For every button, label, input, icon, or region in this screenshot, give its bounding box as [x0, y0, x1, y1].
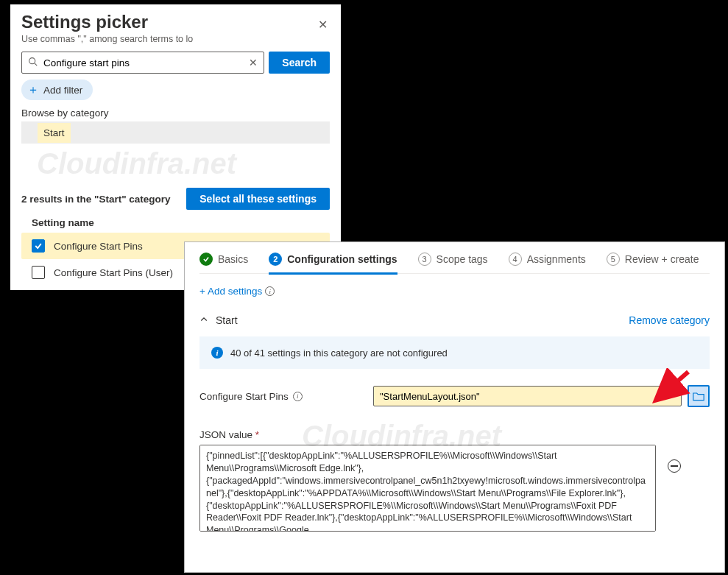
- search-input[interactable]: [42, 57, 249, 69]
- step-assignments[interactable]: 4 Assignments: [509, 253, 586, 266]
- step-configuration[interactable]: 2 Configuration settings: [269, 253, 397, 275]
- browse-file-button[interactable]: [688, 385, 710, 407]
- json-label: JSON value *: [199, 429, 710, 440]
- info-icon[interactable]: i: [265, 286, 275, 296]
- remove-category-link[interactable]: Remove category: [629, 314, 710, 326]
- results-count: 2 results in the "Start" category: [21, 194, 171, 205]
- svg-line-1: [35, 63, 37, 66]
- category-name: Start: [38, 123, 71, 143]
- search-box[interactable]: ✕: [21, 52, 264, 74]
- json-textarea[interactable]: [199, 445, 656, 532]
- info-icon: i: [211, 347, 223, 359]
- plus-icon: ＋: [27, 82, 39, 98]
- search-icon: [28, 57, 38, 68]
- info-banner: i 40 of 41 settings in this category are…: [199, 336, 710, 369]
- add-filter-button[interactable]: ＋ Add filter: [21, 80, 93, 100]
- panel-subtitle: Use commas "," among search terms to lo: [21, 34, 330, 44]
- file-input[interactable]: "StartMenuLayout.json": [373, 386, 682, 406]
- panel-title: Settings picker: [21, 12, 330, 32]
- setting-label: Configure Start Pins: [54, 241, 143, 252]
- svg-point-0: [29, 58, 35, 64]
- select-all-button[interactable]: Select all these settings: [186, 188, 330, 210]
- field-label: Configure Start Pins i: [199, 391, 367, 402]
- info-icon[interactable]: i: [293, 392, 303, 401]
- category-bar[interactable]: Start: [21, 121, 330, 144]
- step-number: 3: [418, 253, 431, 266]
- step-scope-tags[interactable]: 3 Scope tags: [418, 253, 488, 266]
- configuration-panel: Basics 2 Configuration settings 3 Scope …: [184, 241, 725, 573]
- add-settings-link[interactable]: + Add settings i: [199, 286, 275, 297]
- add-filter-label: Add filter: [43, 85, 82, 96]
- chevron-up-icon[interactable]: [199, 314, 208, 326]
- setting-label: Configure Start Pins (User): [54, 267, 173, 278]
- step-review[interactable]: 5 Review + create: [607, 253, 699, 266]
- clear-icon[interactable]: ✕: [249, 57, 258, 68]
- checkbox-unchecked[interactable]: [32, 266, 45, 279]
- info-text: 40 of 41 settings in this category are n…: [230, 348, 448, 359]
- search-button[interactable]: Search: [269, 52, 330, 74]
- step-basics[interactable]: Basics: [199, 253, 248, 266]
- step-number: 4: [509, 253, 522, 266]
- browse-label: Browse by category: [21, 107, 330, 119]
- remove-icon[interactable]: [668, 459, 681, 473]
- wizard-steps: Basics 2 Configuration settings 3 Scope …: [199, 253, 710, 274]
- step-number: 5: [607, 253, 620, 266]
- step-number: 2: [269, 253, 282, 266]
- check-icon: [199, 253, 213, 266]
- close-icon[interactable]: ✕: [318, 18, 328, 32]
- category-title: Start: [216, 314, 238, 326]
- checkbox-checked[interactable]: [32, 239, 45, 253]
- column-header: Setting name: [21, 217, 330, 228]
